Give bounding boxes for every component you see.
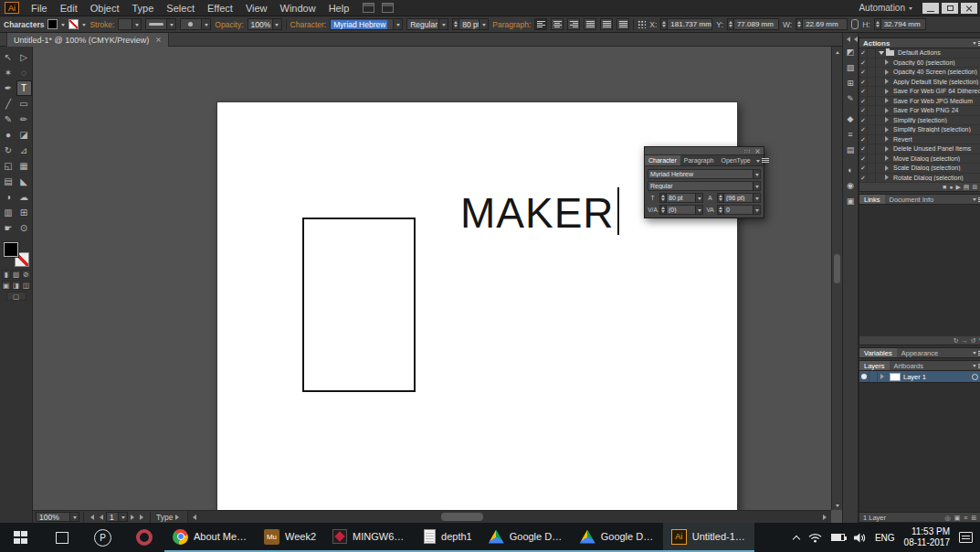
actions-record-icon[interactable]: ●: [949, 184, 953, 190]
fill-color-swatch[interactable]: [47, 19, 58, 29]
workspace-switcher[interactable]: Automation: [859, 3, 912, 13]
fill-swatch[interactable]: [4, 242, 18, 257]
opacity-dropdown[interactable]: 100%: [248, 18, 282, 30]
p-badge-button[interactable]: P: [82, 523, 123, 552]
action-checkbox[interactable]: ✓: [859, 97, 868, 106]
brush-definition-dropdown[interactable]: [180, 18, 211, 30]
direct-selection-tool[interactable]: ▷: [16, 49, 32, 65]
action-row-11[interactable]: ✓Move Dialog (selection): [859, 154, 980, 165]
links-relink-icon[interactable]: ↻: [954, 337, 959, 344]
selection-tool[interactable]: ↖: [1, 49, 16, 65]
action-checkbox[interactable]: ✓: [859, 78, 868, 87]
color-panel-icon[interactable]: ◩: [843, 45, 858, 58]
network-button[interactable]: [808, 533, 822, 543]
w-field[interactable]: 22.69 mm: [796, 18, 848, 30]
expand-arrow-icon[interactable]: [885, 165, 891, 171]
action-dialog-cell[interactable]: [868, 154, 876, 164]
first-artboard-icon[interactable]: [88, 515, 94, 520]
variables-tab-variables[interactable]: Variables: [859, 348, 897, 357]
variables-tab-appearance[interactable]: Appearance: [897, 348, 943, 357]
actions-panel-menu-icon[interactable]: [971, 38, 980, 48]
stroke-color-swatch[interactable]: [68, 19, 79, 29]
x-field[interactable]: 181.737 mm: [660, 18, 712, 30]
links-tab-document-info[interactable]: Document Info: [885, 195, 939, 204]
taskbar-app-depth1[interactable]: depth1: [416, 523, 480, 552]
action-row-9[interactable]: ✓Revert: [859, 135, 980, 145]
menu-window[interactable]: Window: [274, 3, 322, 14]
minimize-button[interactable]: [922, 3, 939, 14]
fill-dropdown-icon[interactable]: [61, 24, 65, 28]
artboard-text[interactable]: MAKER: [460, 192, 619, 235]
hand-tool[interactable]: ☛: [1, 220, 16, 236]
swatches-panel-icon[interactable]: ⊞: [843, 76, 858, 90]
rectangle-shape[interactable]: [302, 218, 416, 392]
expand-arrow-icon[interactable]: [885, 69, 891, 75]
menu-view[interactable]: View: [239, 3, 274, 14]
layer-name[interactable]: Layer 1: [903, 373, 972, 381]
scroll-up-icon[interactable]: [832, 47, 842, 57]
layer-expand-icon[interactable]: [880, 374, 887, 379]
mesh-tool[interactable]: ▦: [16, 158, 32, 174]
paragraph-link[interactable]: Paragraph:: [492, 20, 531, 29]
font-family-dropdown[interactable]: Myriad Hebrew: [330, 18, 403, 30]
expand-arrow-icon[interactable]: [885, 155, 891, 161]
reference-point-icon[interactable]: [638, 20, 646, 28]
action-checkbox[interactable]: ✓: [859, 125, 868, 134]
align-center-button[interactable]: [551, 18, 564, 30]
document-tab[interactable]: Untitled-1* @ 100% (CMYK/Preview): [6, 33, 169, 47]
brushes-panel-icon[interactable]: ✎: [843, 91, 858, 105]
transparency-panel-icon[interactable]: ◐: [843, 163, 858, 176]
expand-arrow-icon[interactable]: [885, 175, 891, 180]
expand-arrow-icon[interactable]: [885, 98, 891, 103]
action-checkbox[interactable]: ✓: [859, 48, 868, 58]
layers-panel-menu-icon[interactable]: [971, 361, 980, 370]
links-go-to-link-icon[interactable]: →: [962, 337, 968, 344]
action-checkbox[interactable]: ✓: [859, 174, 868, 183]
rotate-tool[interactable]: ↻: [1, 143, 16, 158]
links-panel-menu-icon[interactable]: [971, 195, 980, 204]
stroke-panel-icon[interactable]: ≡: [843, 127, 858, 141]
rectangle-tool[interactable]: ▭: [16, 96, 32, 111]
horizontal-scrollbar[interactable]: [187, 511, 831, 523]
character-link[interactable]: Character:: [290, 20, 327, 29]
scroll-left-icon[interactable]: [188, 511, 198, 523]
expand-arrow-icon[interactable]: [885, 146, 891, 152]
action-row-1[interactable]: ✓Opacity 60 (selection): [859, 58, 980, 69]
layers-locate-object-icon[interactable]: ◎: [945, 515, 951, 521]
action-checkbox[interactable]: ✓: [859, 164, 868, 173]
justify-center-button[interactable]: [600, 18, 613, 30]
panel-close-icon[interactable]: [755, 148, 761, 154]
layers-tab-artboards[interactable]: Artboards: [890, 361, 929, 370]
layers-tab-layers[interactable]: Layers: [859, 361, 890, 370]
character-panel-tab-character[interactable]: Character: [645, 155, 680, 165]
taskbar-app-google-drive-2[interactable]: Google Drive: [572, 523, 663, 552]
shape-builder-tool[interactable]: ◱: [1, 158, 16, 174]
action-dialog-cell[interactable]: [868, 78, 876, 87]
lasso-tool[interactable]: ◌: [16, 65, 32, 80]
arrange-documents-icon[interactable]: [363, 3, 374, 13]
action-center-button[interactable]: [959, 532, 973, 543]
layers-new-sublayer-icon[interactable]: ≡: [964, 515, 967, 521]
opacity-link[interactable]: Opacity:: [215, 20, 243, 29]
scroll-right-icon[interactable]: [821, 511, 831, 523]
close-button[interactable]: [961, 3, 977, 14]
links-update-link-icon[interactable]: ↺: [971, 337, 976, 344]
type-tool[interactable]: T: [16, 80, 32, 96]
action-dialog-cell[interactable]: [868, 125, 876, 134]
zoom-level-dropdown[interactable]: 100%: [36, 512, 79, 522]
expand-arrow-icon[interactable]: [885, 59, 891, 65]
y-field[interactable]: 77.089 mm: [727, 18, 779, 30]
action-row-0[interactable]: ✓Default Actions: [859, 48, 980, 58]
gradient-panel-icon[interactable]: ▤: [843, 143, 858, 156]
h-field[interactable]: 32.794 mm: [874, 18, 926, 30]
zoom-tool[interactable]: ⊙: [16, 220, 32, 236]
font-size-dropdown[interactable]: 80 pt: [452, 18, 489, 30]
cp-tracking-field[interactable]: 0: [717, 205, 761, 215]
menu-file[interactable]: File: [25, 3, 54, 14]
magic-wand-tool[interactable]: ✶: [1, 65, 16, 80]
align-right-button[interactable]: [567, 18, 580, 30]
expand-arrow-icon[interactable]: [885, 117, 891, 122]
last-artboard-icon[interactable]: [140, 515, 146, 520]
action-dialog-cell[interactable]: [868, 106, 876, 115]
line-segment-tool[interactable]: ╱: [1, 96, 16, 111]
